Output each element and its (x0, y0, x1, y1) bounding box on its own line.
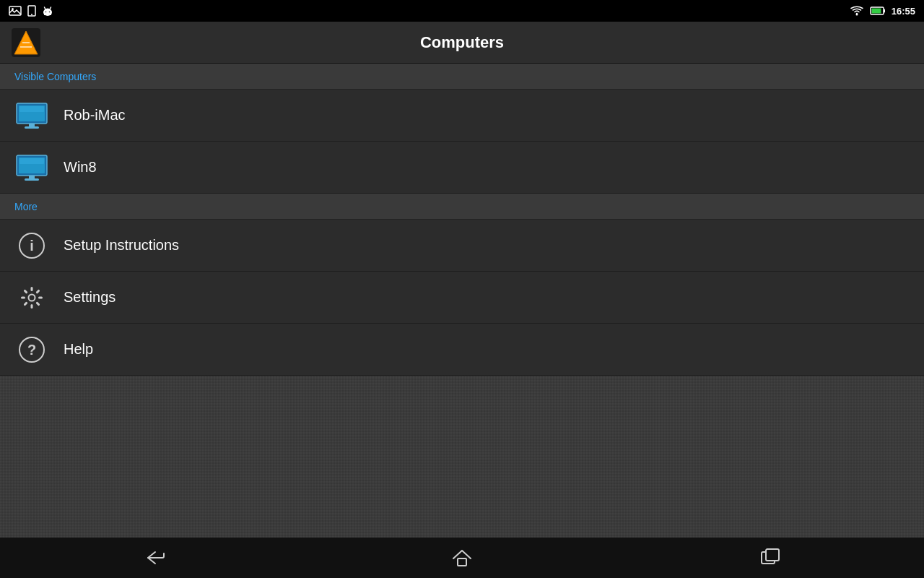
back-button[interactable] (113, 542, 194, 574)
status-time: 16:55 (892, 6, 915, 17)
svg-rect-12 (884, 9, 885, 13)
svg-rect-36 (35, 301, 40, 306)
svg-rect-23 (25, 126, 39, 129)
app-title: Computers (12, 33, 912, 52)
svg-text:?: ? (27, 342, 36, 358)
android-icon (42, 5, 53, 17)
setup-instructions-item[interactable]: i Setup Instructions (0, 220, 924, 272)
empty-area (0, 376, 924, 538)
more-header: More (0, 194, 924, 220)
wifi-icon (850, 5, 864, 17)
svg-point-9 (49, 12, 51, 13)
tablet-icon (27, 5, 36, 17)
settings-label: Settings (64, 289, 116, 306)
status-bar: 16:55 (0, 0, 924, 22)
battery-icon (870, 6, 886, 16)
home-button[interactable] (422, 542, 502, 574)
app-bar: Computers (0, 22, 924, 64)
svg-rect-33 (31, 287, 33, 291)
setup-instructions-label: Setup Instructions (64, 237, 179, 254)
svg-rect-5 (44, 11, 51, 15)
info-icon: i (14, 228, 49, 263)
svg-point-3 (31, 14, 32, 15)
computer-icon-rob-imac (14, 98, 49, 133)
settings-icon (14, 280, 49, 315)
help-label: Help (64, 341, 93, 358)
svg-rect-22 (29, 124, 35, 126)
svg-rect-37 (31, 304, 33, 309)
svg-rect-13 (871, 9, 881, 14)
svg-rect-45 (766, 549, 779, 561)
settings-item[interactable]: Settings (0, 272, 924, 324)
computer-name-rob-imac: Rob-iMac (64, 107, 126, 124)
picture-icon (9, 6, 22, 16)
computer-rob-imac[interactable]: Rob-iMac (0, 90, 924, 142)
computer-icon-win8 (14, 150, 49, 185)
visible-computers-label: Visible Computers (14, 71, 96, 82)
svg-rect-21 (19, 106, 44, 112)
app-icon (12, 28, 40, 57)
status-left-icons (9, 0, 53, 22)
more-label: More (14, 201, 38, 212)
svg-rect-27 (29, 176, 35, 178)
svg-rect-43 (458, 558, 466, 566)
content: Visible Computers Rob-iMac (0, 64, 924, 538)
computer-name-win8: Win8 (64, 159, 97, 176)
computer-win8[interactable]: Win8 (0, 142, 924, 194)
svg-rect-35 (38, 296, 43, 298)
svg-rect-34 (35, 289, 40, 293)
visible-computers-header: Visible Computers (0, 64, 924, 90)
svg-rect-26 (19, 158, 44, 164)
nav-bar (0, 538, 924, 578)
svg-rect-39 (21, 296, 25, 298)
svg-point-8 (45, 12, 47, 13)
help-item[interactable]: ? Help (0, 324, 924, 376)
svg-rect-40 (23, 289, 27, 293)
svg-rect-38 (23, 301, 27, 306)
svg-point-10 (855, 14, 858, 16)
svg-text:i: i (30, 238, 34, 254)
svg-rect-28 (25, 178, 39, 181)
help-icon: ? (14, 332, 49, 367)
recents-button[interactable] (730, 542, 811, 574)
svg-point-32 (30, 295, 35, 300)
